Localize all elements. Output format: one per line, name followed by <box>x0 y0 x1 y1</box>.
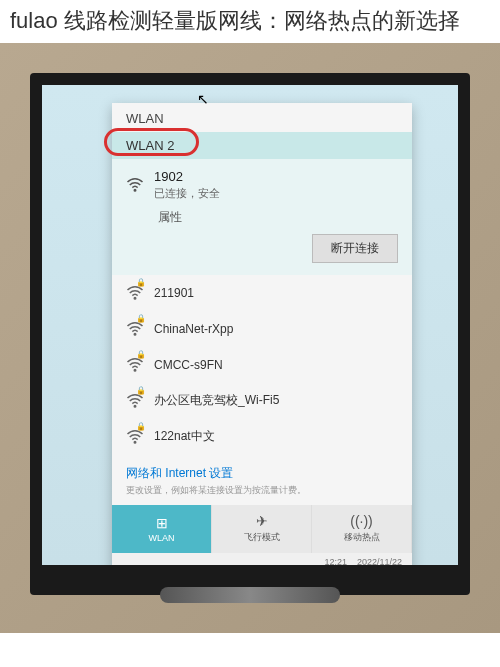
wifi-signal-icon: 🔒 <box>126 284 144 302</box>
qa-airplane-tile[interactable]: ✈ 飞行模式 <box>212 505 312 553</box>
svg-point-0 <box>134 189 136 191</box>
wifi-signal-icon: 🔒 <box>126 428 144 446</box>
airplane-icon: ✈ <box>256 513 268 529</box>
lock-icon: 🔒 <box>136 350 146 359</box>
adapter-wlan-2-label: WLAN 2 <box>126 138 174 153</box>
article-title: fulao 线路检测轻量版网线：网络热点的新选择 <box>0 0 500 43</box>
svg-point-5 <box>134 441 136 443</box>
svg-point-3 <box>134 369 136 371</box>
network-ssid: 办公区电竞驾校_Wi-Fi5 <box>154 392 279 409</box>
laptop-screen: ↖ WLAN WLAN 2 1902 <box>42 85 458 565</box>
network-ssid: 211901 <box>154 286 194 300</box>
quick-actions-row: ⊞ WLAN ✈ 飞行模式 ((·)) 移动热点 <box>112 505 412 553</box>
network-ssid: CMCC-s9FN <box>154 358 223 372</box>
wifi-signal-icon: 🔒 <box>126 392 144 410</box>
lock-icon: 🔒 <box>136 386 146 395</box>
svg-point-1 <box>134 297 136 299</box>
wifi-signal-icon: 🔒 <box>126 320 144 338</box>
network-ssid: ChinaNet-rXpp <box>154 322 233 336</box>
laptop-bezel: ↖ WLAN WLAN 2 1902 <box>30 73 470 595</box>
qa-wlan-label: WLAN <box>148 533 174 543</box>
disconnect-button[interactable]: 断开连接 <box>312 234 398 263</box>
lock-icon: 🔒 <box>136 314 146 323</box>
wifi-signal-icon: 🔒 <box>126 356 144 374</box>
connected-ssid: 1902 <box>154 169 220 184</box>
wlan-tile-icon: ⊞ <box>156 515 168 531</box>
wifi-signal-icon <box>126 176 144 194</box>
network-item[interactable]: 🔒122nat中文 <box>112 419 412 455</box>
wifi-flyout-panel: WLAN WLAN 2 1902 已连接，安全 <box>112 103 412 565</box>
photo-background: ↖ WLAN WLAN 2 1902 <box>0 43 500 633</box>
network-settings-subtext: 更改设置，例如将某连接设置为按流量计费。 <box>112 484 412 505</box>
lock-icon: 🔒 <box>136 422 146 431</box>
clock-date: 2022/11/22 <box>357 557 402 565</box>
properties-link[interactable]: 属性 <box>126 201 398 226</box>
qa-airplane-label: 飞行模式 <box>244 531 280 544</box>
network-settings-link[interactable]: 网络和 Internet 设置 <box>112 455 412 484</box>
taskbar-clock-area: 12:21 2022/11/22 <box>112 553 412 565</box>
svg-point-2 <box>134 333 136 335</box>
network-item[interactable]: 🔒211901 <box>112 275 412 311</box>
qa-wlan-tile[interactable]: ⊞ WLAN <box>112 505 212 553</box>
hotspot-icon: ((·)) <box>350 513 373 529</box>
qa-hotspot-label: 移动热点 <box>344 531 380 544</box>
laptop-hinge <box>160 587 340 603</box>
network-item[interactable]: 🔒办公区电竞驾校_Wi-Fi5 <box>112 383 412 419</box>
adapter-wlan-1[interactable]: WLAN <box>112 103 412 132</box>
network-ssid: 122nat中文 <box>154 428 215 445</box>
qa-hotspot-tile[interactable]: ((·)) 移动热点 <box>312 505 412 553</box>
network-item[interactable]: 🔒ChinaNet-rXpp <box>112 311 412 347</box>
svg-point-4 <box>134 405 136 407</box>
adapter-wlan-2[interactable]: WLAN 2 <box>112 132 412 159</box>
connected-network-block[interactable]: 1902 已连接，安全 属性 断开连接 <box>112 159 412 275</box>
network-item[interactable]: 🔒CMCC-s9FN <box>112 347 412 383</box>
mouse-cursor-icon: ↖ <box>197 91 209 107</box>
lock-icon: 🔒 <box>136 278 146 287</box>
clock-time: 12:21 <box>324 557 347 565</box>
connected-status: 已连接，安全 <box>154 186 220 201</box>
